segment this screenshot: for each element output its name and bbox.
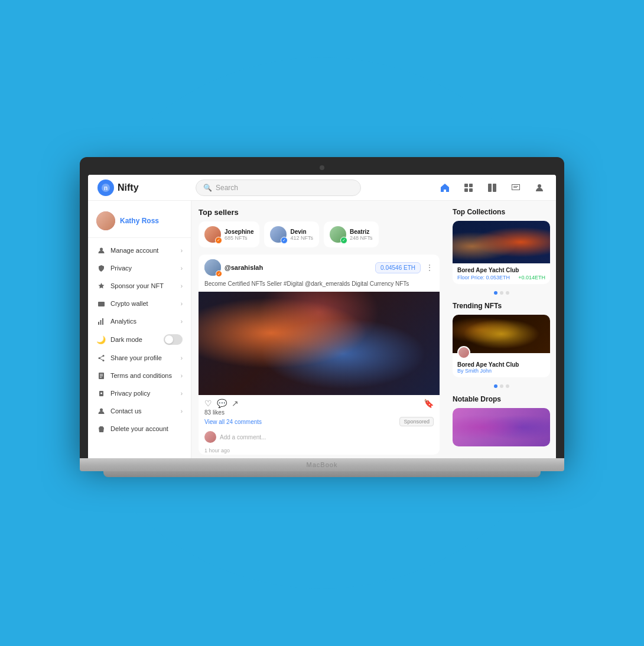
seller-card-josephine[interactable]: ✓ Josephine 685 NFTs — [199, 221, 259, 247]
sidebar-item-privacy-policy[interactable]: Privacy policy › — [88, 384, 191, 402]
sidebar-item-analytics[interactable]: Analytics › — [88, 312, 191, 330]
trending-title: Trending NFTs — [453, 302, 550, 310]
screen-bezel: n Nifty 🔍 Search — [80, 157, 564, 458]
user-profile[interactable]: Kathy Ross — [88, 208, 191, 238]
manage-account-icon — [96, 246, 106, 255]
trending-card[interactable]: Bored Ape Yacht Club By Smith John — [453, 315, 550, 377]
privacy-icon — [96, 263, 106, 273]
sidebar-item-contact[interactable]: Contact us › — [88, 402, 191, 420]
sponsor-chevron: › — [181, 283, 183, 289]
post-artwork — [199, 292, 440, 395]
sidebar-item-crypto-wallet[interactable]: Crypto wallet › — [88, 295, 191, 312]
collection-name: Bored Ape Yacht Club — [457, 267, 545, 273]
screen: n Nifty 🔍 Search — [88, 175, 556, 458]
svg-rect-7 — [493, 184, 496, 192]
nav-grid-icon[interactable] — [461, 181, 476, 195]
post-verified-badge: ✓ — [216, 270, 222, 277]
main-content: Top sellers ✓ Josephine 685 NFTs — [191, 201, 447, 458]
share-post-button[interactable]: ↗ — [232, 399, 239, 408]
post-description: Become Certified NFTs Seller #Digital @d… — [199, 280, 440, 292]
wallet-chevron: › — [181, 301, 183, 307]
seller-name-beatriz: Beatriz — [350, 229, 373, 235]
svg-rect-5 — [469, 188, 473, 192]
sidebar-item-privacy[interactable]: Privacy › — [88, 259, 191, 277]
post-image — [199, 292, 440, 395]
svg-rect-14 — [102, 318, 103, 325]
sidebar-item-manage-account[interactable]: Manage account › — [88, 242, 191, 259]
trending-image — [453, 315, 550, 353]
logo-icon: n — [97, 180, 114, 196]
sidebar-item-share-profile[interactable]: Share your profile › — [88, 349, 191, 367]
bookmark-button[interactable]: 🔖 — [424, 399, 434, 408]
nav-user-icon[interactable] — [532, 181, 547, 195]
dot-3 — [506, 291, 509, 295]
seller-badge-beatriz: ✓ — [340, 237, 347, 244]
wallet-label: Crypto wallet — [110, 300, 148, 307]
notable-image — [453, 408, 550, 446]
seller-avatar-josephine: ✓ — [204, 226, 221, 243]
likes-count: 83 likes — [199, 409, 440, 417]
seller-nfts-beatriz: 248 NFTs — [350, 235, 373, 241]
post-avatar: ✓ — [204, 259, 221, 276]
post-more-button[interactable]: ⋮ — [425, 263, 434, 272]
privacy-chevron: › — [181, 265, 183, 272]
seller-badge-devin: ✓ — [281, 237, 288, 244]
svg-point-9 — [100, 247, 103, 250]
svg-rect-3 — [469, 184, 473, 187]
sidebar: Kathy Ross Manage account › — [88, 201, 191, 458]
user-avatar — [96, 211, 115, 230]
seller-card-beatriz[interactable]: ✓ Beatriz 248 NFTs — [324, 221, 379, 247]
dark-mode-toggle[interactable] — [164, 334, 183, 345]
toggle-knob — [165, 335, 173, 344]
comment-button[interactable]: 💬 — [217, 399, 227, 408]
notable-artwork — [453, 408, 550, 446]
terms-chevron: › — [181, 373, 183, 379]
svg-rect-6 — [488, 184, 492, 192]
logo-area: n Nifty — [97, 180, 186, 196]
dark-mode-icon: 🌙 — [96, 335, 106, 344]
nav-home-icon[interactable] — [438, 181, 452, 195]
search-bar[interactable]: 🔍 Search — [196, 180, 361, 196]
laptop-base: MacBook — [80, 458, 564, 471]
like-button[interactable]: ♡ — [204, 399, 212, 408]
sponsored-badge: Sponsored — [399, 417, 434, 426]
trending-dots — [453, 382, 550, 390]
nav-chat-icon[interactable] — [509, 181, 523, 195]
collection-card[interactable]: Bored Ape Yacht Club Floor Price: 0.053E… — [453, 221, 550, 284]
sidebar-item-delete-account[interactable]: Delete your account — [88, 420, 191, 438]
collection-change: +0.014ETH — [518, 275, 545, 280]
view-comments-link[interactable]: View all 24 comments — [204, 419, 262, 425]
share-icon — [96, 353, 106, 363]
manage-account-label: Manage account — [110, 247, 158, 254]
collection-info: Bored Ape Yacht Club Floor Price: 0.053E… — [453, 263, 550, 284]
top-sellers-title: Top sellers — [199, 208, 440, 217]
notable-card[interactable] — [453, 408, 550, 446]
comment-input[interactable]: Add a comment... — [220, 434, 434, 441]
trending-dot-1 — [494, 384, 497, 388]
nav-play-icon[interactable] — [485, 181, 499, 195]
post-price-badge: 0.04546 ETH — [375, 262, 421, 273]
comment-section: Add a comment... — [199, 429, 440, 448]
svg-line-20 — [99, 358, 103, 360]
sidebar-item-sponsor-nft[interactable]: Sponsor your NFT › — [88, 277, 191, 295]
share-chevron: › — [181, 355, 183, 361]
sidebar-item-terms[interactable]: Terms and conditions › — [88, 367, 191, 384]
dark-mode-label: Dark mode — [110, 336, 142, 343]
trending-by: By Smith John — [457, 368, 545, 374]
contact-chevron: › — [181, 408, 183, 415]
sidebar-item-dark-mode: 🌙 Dark mode — [88, 330, 191, 349]
collection-floor: Floor Price: 0.053ETH +0.014ETH — [457, 275, 545, 280]
analytics-label: Analytics — [110, 318, 136, 325]
sponsor-label: Sponsor your NFT — [110, 282, 164, 289]
svg-rect-12 — [98, 322, 99, 325]
seller-avatar-devin: ✓ — [270, 226, 287, 243]
seller-name-devin: Devin — [290, 229, 313, 235]
search-placeholder-text: Search — [216, 184, 238, 192]
dot-2 — [500, 291, 503, 295]
privacy-policy-chevron: › — [181, 390, 183, 397]
delete-label: Delete your account — [110, 425, 168, 432]
seller-card-devin[interactable]: ✓ Devin 412 NFTs — [264, 221, 319, 247]
user-name: Kathy Ross — [120, 217, 159, 225]
app-body: Kathy Ross Manage account › — [88, 201, 556, 458]
trending-name: Bored Ape Yacht Club — [457, 361, 545, 368]
